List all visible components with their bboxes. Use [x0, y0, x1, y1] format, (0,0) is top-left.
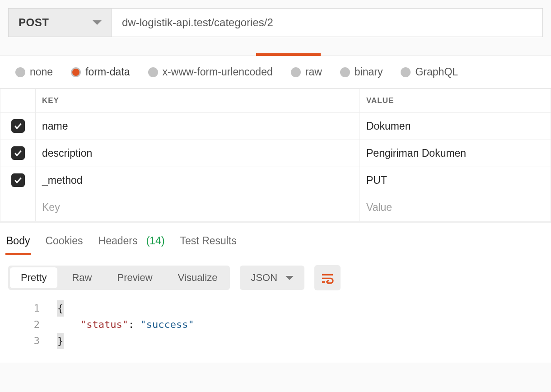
json-key: "status"	[80, 319, 128, 330]
url-input[interactable]	[112, 8, 543, 37]
wrap-lines-button[interactable]	[314, 265, 341, 290]
view-pretty[interactable]: Pretty	[10, 267, 57, 288]
row-enable-checkbox[interactable]	[11, 119, 25, 133]
radio-icon	[401, 67, 411, 77]
view-raw[interactable]: Raw	[59, 266, 104, 290]
table-row-new: Key Value	[0, 194, 551, 221]
headers-count: (14)	[146, 235, 165, 247]
language-select[interactable]: JSON	[240, 266, 304, 290]
check-icon	[14, 121, 23, 131]
column-header-enable	[0, 89, 36, 113]
radio-icon	[15, 67, 25, 77]
check-icon	[14, 149, 23, 158]
active-tab-indicator	[256, 53, 321, 56]
tab-cookies[interactable]: Cookies	[44, 231, 84, 255]
key-cell[interactable]: _method	[36, 167, 360, 194]
radio-icon	[340, 67, 350, 77]
body-type-binary[interactable]: binary	[340, 66, 383, 78]
radio-label: GraphQL	[415, 66, 458, 78]
body-type-graphql[interactable]: GraphQL	[401, 66, 458, 78]
request-section-tabs	[0, 37, 551, 56]
body-type-none[interactable]: none	[15, 66, 53, 78]
value-cell[interactable]: Pengiriman Dokumen	[360, 140, 551, 167]
body-type-radio-group: none form-data x-www-form-urlencoded raw…	[0, 56, 551, 89]
value-cell[interactable]: Dokumen	[360, 113, 551, 140]
radio-label: binary	[355, 66, 383, 78]
body-type-form-data[interactable]: form-data	[71, 66, 130, 78]
line-number: 1	[0, 300, 57, 317]
check-icon	[14, 176, 23, 185]
tab-headers-label: Headers	[98, 235, 138, 247]
tab-headers[interactable]: Headers (14)	[98, 231, 166, 255]
response-body-editor[interactable]: 1 { 2 "status": "success" 3 }	[0, 300, 551, 363]
key-cell[interactable]: description	[36, 140, 360, 167]
line-number: 2	[0, 317, 57, 333]
response-tabs: Body Cookies Headers (14) Test Results	[0, 221, 551, 255]
wrap-icon	[320, 271, 335, 285]
line-number: 3	[0, 333, 57, 349]
column-header-value: VALUE	[360, 89, 551, 113]
chevron-down-icon	[285, 276, 294, 280]
form-data-table: KEY VALUE name Dokumen description Pengi…	[0, 89, 551, 221]
http-method-label: POST	[19, 16, 49, 29]
json-value: "success"	[140, 319, 194, 330]
table-row: _method PUT	[0, 167, 551, 194]
view-visualize[interactable]: Visualize	[165, 266, 230, 290]
json-brace-close: }	[57, 333, 64, 349]
view-mode-group: Pretty Raw Preview Visualize	[8, 266, 230, 290]
value-cell-new[interactable]: Value	[360, 194, 551, 221]
http-method-select[interactable]: POST	[8, 8, 112, 37]
table-row: description Pengiriman Dokumen	[0, 140, 551, 167]
json-brace-open: {	[57, 300, 64, 317]
chevron-down-icon	[93, 20, 102, 25]
radio-label: form-data	[85, 66, 130, 78]
json-colon: :	[128, 319, 140, 330]
key-cell-new[interactable]: Key	[36, 194, 360, 221]
view-preview[interactable]: Preview	[104, 266, 165, 290]
language-label: JSON	[251, 272, 277, 284]
tab-body[interactable]: Body	[5, 231, 31, 255]
radio-icon	[148, 67, 158, 77]
radio-label: none	[30, 66, 53, 78]
key-cell[interactable]: name	[36, 113, 360, 140]
response-format-bar: Pretty Raw Preview Visualize JSON	[0, 255, 551, 300]
body-type-x-www-form-urlencoded[interactable]: x-www-form-urlencoded	[148, 66, 273, 78]
body-type-raw[interactable]: raw	[291, 66, 322, 78]
table-row: name Dokumen	[0, 113, 551, 140]
value-cell[interactable]: PUT	[360, 167, 551, 194]
row-enable-checkbox[interactable]	[11, 173, 25, 187]
radio-label: raw	[305, 66, 322, 78]
row-enable-checkbox[interactable]	[11, 146, 25, 160]
tab-test-results[interactable]: Test Results	[179, 231, 238, 255]
radio-icon	[291, 67, 301, 77]
column-header-key: KEY	[36, 89, 360, 113]
radio-icon	[71, 67, 81, 77]
radio-label: x-www-form-urlencoded	[163, 66, 273, 78]
